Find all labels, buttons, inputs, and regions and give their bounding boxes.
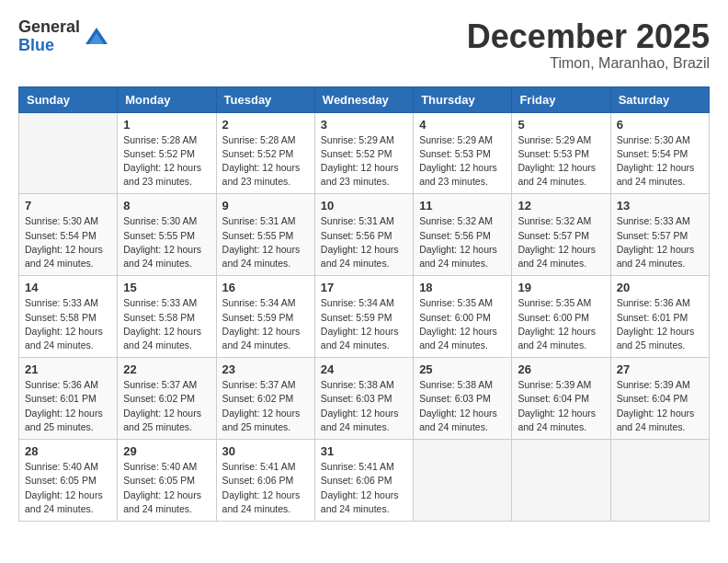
day-info: Sunrise: 5:36 AM Sunset: 6:01 PM Dayligh… xyxy=(25,378,111,434)
calendar-cell: 27Sunrise: 5:39 AM Sunset: 6:04 PM Dayli… xyxy=(610,358,709,440)
calendar-cell: 31Sunrise: 5:41 AM Sunset: 6:06 PM Dayli… xyxy=(314,440,413,522)
weekday-header-wednesday: Wednesday xyxy=(314,86,413,112)
day-number: 9 xyxy=(222,199,309,213)
day-info: Sunrise: 5:41 AM Sunset: 6:06 PM Dayligh… xyxy=(222,460,309,516)
day-info: Sunrise: 5:28 AM Sunset: 5:52 PM Dayligh… xyxy=(222,133,309,190)
day-number: 11 xyxy=(419,199,506,213)
title-block: December 2025 Timon, Maranhao, Brazil xyxy=(467,18,710,72)
day-number: 5 xyxy=(518,118,604,132)
day-number: 14 xyxy=(25,281,111,294)
calendar-week-row: 14Sunrise: 5:33 AM Sunset: 5:58 PM Dayli… xyxy=(19,276,710,358)
day-info: Sunrise: 5:30 AM Sunset: 5:54 PM Dayligh… xyxy=(617,133,703,190)
calendar-week-row: 28Sunrise: 5:40 AM Sunset: 6:05 PM Dayli… xyxy=(19,440,710,522)
weekday-header-tuesday: Tuesday xyxy=(216,86,314,112)
day-number: 19 xyxy=(518,281,604,294)
day-number: 2 xyxy=(222,118,309,132)
day-number: 26 xyxy=(518,362,604,376)
calendar-cell: 13Sunrise: 5:33 AM Sunset: 5:57 PM Dayli… xyxy=(610,194,709,276)
day-number: 10 xyxy=(321,199,407,213)
weekday-header-monday: Monday xyxy=(118,86,216,112)
day-info: Sunrise: 5:36 AM Sunset: 6:01 PM Dayligh… xyxy=(617,296,703,352)
day-number: 7 xyxy=(25,199,111,213)
day-number: 28 xyxy=(25,444,111,458)
calendar-cell: 29Sunrise: 5:40 AM Sunset: 6:05 PM Dayli… xyxy=(118,440,216,522)
day-info: Sunrise: 5:35 AM Sunset: 6:00 PM Dayligh… xyxy=(419,296,506,352)
day-info: Sunrise: 5:32 AM Sunset: 5:57 PM Dayligh… xyxy=(518,214,604,270)
calendar-cell: 12Sunrise: 5:32 AM Sunset: 5:57 PM Dayli… xyxy=(512,194,610,276)
calendar-week-row: 7Sunrise: 5:30 AM Sunset: 5:54 PM Daylig… xyxy=(19,194,710,276)
day-info: Sunrise: 5:31 AM Sunset: 5:55 PM Dayligh… xyxy=(222,214,309,270)
calendar-cell: 2Sunrise: 5:28 AM Sunset: 5:52 PM Daylig… xyxy=(216,112,314,194)
weekday-header-saturday: Saturday xyxy=(610,86,709,112)
calendar-cell: 20Sunrise: 5:36 AM Sunset: 6:01 PM Dayli… xyxy=(610,276,709,358)
day-number: 22 xyxy=(123,362,210,376)
day-info: Sunrise: 5:34 AM Sunset: 5:59 PM Dayligh… xyxy=(321,296,407,352)
month-title: December 2025 xyxy=(467,18,710,55)
day-number: 29 xyxy=(123,444,210,458)
day-number: 12 xyxy=(518,199,604,213)
calendar-cell: 11Sunrise: 5:32 AM Sunset: 5:56 PM Dayli… xyxy=(414,194,512,276)
logo-icon xyxy=(84,24,109,50)
calendar-cell: 7Sunrise: 5:30 AM Sunset: 5:54 PM Daylig… xyxy=(19,194,118,276)
weekday-header-row: SundayMondayTuesdayWednesdayThursdayFrid… xyxy=(19,86,710,112)
day-info: Sunrise: 5:29 AM Sunset: 5:53 PM Dayligh… xyxy=(518,133,604,190)
day-number: 1 xyxy=(123,118,210,132)
day-info: Sunrise: 5:39 AM Sunset: 6:04 PM Dayligh… xyxy=(617,378,703,434)
day-number: 25 xyxy=(419,362,506,376)
day-info: Sunrise: 5:30 AM Sunset: 5:54 PM Dayligh… xyxy=(25,214,111,270)
calendar-cell: 16Sunrise: 5:34 AM Sunset: 5:59 PM Dayli… xyxy=(216,276,314,358)
day-info: Sunrise: 5:33 AM Sunset: 5:58 PM Dayligh… xyxy=(123,296,210,352)
day-number: 27 xyxy=(617,362,703,376)
day-number: 24 xyxy=(321,362,407,376)
day-number: 8 xyxy=(123,199,210,213)
day-info: Sunrise: 5:39 AM Sunset: 6:04 PM Dayligh… xyxy=(518,378,604,434)
calendar-cell: 30Sunrise: 5:41 AM Sunset: 6:06 PM Dayli… xyxy=(216,440,314,522)
calendar-cell: 18Sunrise: 5:35 AM Sunset: 6:00 PM Dayli… xyxy=(414,276,512,358)
day-info: Sunrise: 5:34 AM Sunset: 5:59 PM Dayligh… xyxy=(222,296,309,352)
calendar-cell: 9Sunrise: 5:31 AM Sunset: 5:55 PM Daylig… xyxy=(216,194,314,276)
day-number: 21 xyxy=(25,362,111,376)
day-info: Sunrise: 5:30 AM Sunset: 5:55 PM Dayligh… xyxy=(123,214,210,270)
day-number: 18 xyxy=(419,281,506,294)
calendar-cell xyxy=(610,440,709,522)
day-number: 6 xyxy=(617,118,703,132)
day-info: Sunrise: 5:38 AM Sunset: 6:03 PM Dayligh… xyxy=(321,378,407,434)
calendar-cell xyxy=(19,112,118,194)
calendar-cell: 5Sunrise: 5:29 AM Sunset: 5:53 PM Daylig… xyxy=(512,112,610,194)
logo-general: General xyxy=(18,18,80,37)
calendar-cell: 14Sunrise: 5:33 AM Sunset: 5:58 PM Dayli… xyxy=(19,276,118,358)
day-info: Sunrise: 5:38 AM Sunset: 6:03 PM Dayligh… xyxy=(419,378,506,434)
calendar-cell: 8Sunrise: 5:30 AM Sunset: 5:55 PM Daylig… xyxy=(118,194,216,276)
day-number: 16 xyxy=(222,281,309,294)
day-info: Sunrise: 5:32 AM Sunset: 5:56 PM Dayligh… xyxy=(419,214,506,270)
day-number: 30 xyxy=(222,444,309,458)
day-info: Sunrise: 5:41 AM Sunset: 6:06 PM Dayligh… xyxy=(321,460,407,516)
day-number: 31 xyxy=(321,444,407,458)
day-info: Sunrise: 5:33 AM Sunset: 5:57 PM Dayligh… xyxy=(617,214,703,270)
calendar-cell: 15Sunrise: 5:33 AM Sunset: 5:58 PM Dayli… xyxy=(118,276,216,358)
calendar-cell: 1Sunrise: 5:28 AM Sunset: 5:52 PM Daylig… xyxy=(118,112,216,194)
day-info: Sunrise: 5:37 AM Sunset: 6:02 PM Dayligh… xyxy=(222,378,309,434)
calendar-week-row: 21Sunrise: 5:36 AM Sunset: 6:01 PM Dayli… xyxy=(19,358,710,440)
page-header: General Blue December 2025 Timon, Maranh… xyxy=(18,18,710,72)
day-info: Sunrise: 5:35 AM Sunset: 6:00 PM Dayligh… xyxy=(518,296,604,352)
day-number: 3 xyxy=(321,118,407,132)
logo-blue: Blue xyxy=(18,37,80,55)
weekday-header-thursday: Thursday xyxy=(414,86,512,112)
day-number: 4 xyxy=(419,118,506,132)
calendar-cell: 25Sunrise: 5:38 AM Sunset: 6:03 PM Dayli… xyxy=(414,358,512,440)
calendar-cell: 28Sunrise: 5:40 AM Sunset: 6:05 PM Dayli… xyxy=(19,440,118,522)
day-info: Sunrise: 5:33 AM Sunset: 5:58 PM Dayligh… xyxy=(25,296,111,352)
calendar-cell: 24Sunrise: 5:38 AM Sunset: 6:03 PM Dayli… xyxy=(314,358,413,440)
calendar-cell: 17Sunrise: 5:34 AM Sunset: 5:59 PM Dayli… xyxy=(314,276,413,358)
day-info: Sunrise: 5:29 AM Sunset: 5:52 PM Dayligh… xyxy=(321,133,407,190)
calendar-table: SundayMondayTuesdayWednesdayThursdayFrid… xyxy=(18,86,710,522)
calendar-cell: 4Sunrise: 5:29 AM Sunset: 5:53 PM Daylig… xyxy=(414,112,512,194)
calendar-cell: 26Sunrise: 5:39 AM Sunset: 6:04 PM Dayli… xyxy=(512,358,610,440)
calendar-cell: 10Sunrise: 5:31 AM Sunset: 5:56 PM Dayli… xyxy=(314,194,413,276)
day-number: 20 xyxy=(617,281,703,294)
logo: General Blue xyxy=(18,18,109,55)
calendar-cell: 19Sunrise: 5:35 AM Sunset: 6:00 PM Dayli… xyxy=(512,276,610,358)
day-info: Sunrise: 5:40 AM Sunset: 6:05 PM Dayligh… xyxy=(123,460,210,516)
calendar-cell: 3Sunrise: 5:29 AM Sunset: 5:52 PM Daylig… xyxy=(314,112,413,194)
